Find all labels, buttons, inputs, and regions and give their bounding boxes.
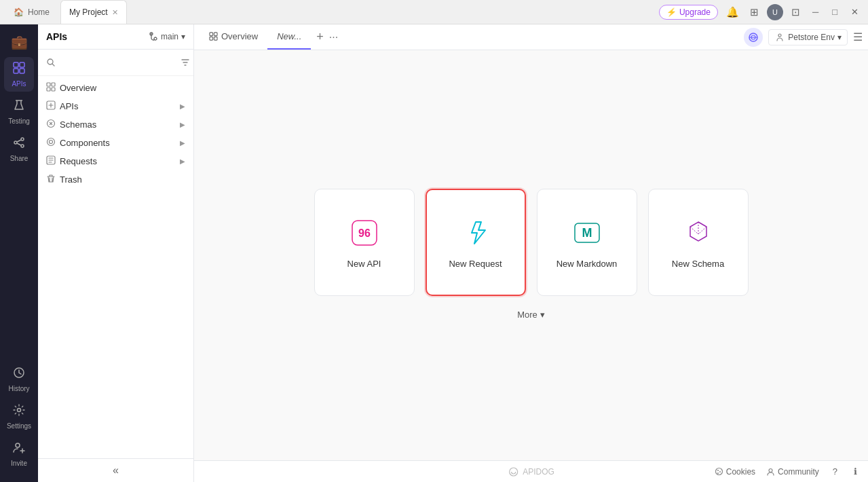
close-tab-icon[interactable]: ✕ xyxy=(112,8,118,17)
svg-rect-23 xyxy=(214,37,217,40)
avatar[interactable]: U xyxy=(767,4,783,20)
tree-item-trash[interactable]: Trash xyxy=(38,170,193,189)
cookies-icon xyxy=(715,467,723,476)
new-markdown-label: New Markdown xyxy=(556,259,618,269)
tree-item-requests[interactable]: Requests ▶ xyxy=(38,152,193,170)
settings-label: Settings xyxy=(7,422,31,430)
new-api-icon: 96 xyxy=(347,215,382,251)
testing-label: Testing xyxy=(8,117,30,125)
close-button[interactable]: ✕ xyxy=(847,5,863,18)
sidebar-item-share[interactable]: Share xyxy=(4,132,34,166)
file-sidebar-header: APIs main ▾ xyxy=(38,24,193,50)
cookies-link[interactable]: Cookies xyxy=(715,467,755,477)
search-input[interactable] xyxy=(61,58,175,68)
search-bar: + xyxy=(38,50,193,76)
share-icon xyxy=(12,136,26,153)
tree-section: Overview APIs ▶ xyxy=(38,76,193,458)
new-request-icon xyxy=(458,215,493,251)
sidebar-title: APIs xyxy=(46,31,67,42)
apis-icon xyxy=(12,61,26,78)
tree-item-apis[interactable]: APIs ▶ xyxy=(38,97,193,115)
upgrade-label: Upgrade xyxy=(679,7,711,17)
upgrade-button[interactable]: ⚡ Upgrade xyxy=(659,5,718,20)
branch-selector[interactable]: main ▾ xyxy=(149,32,185,41)
home-tab[interactable]: 🏠 Home xyxy=(5,0,58,24)
svg-rect-21 xyxy=(214,33,217,36)
svg-point-31 xyxy=(715,468,722,475)
extensions-icon[interactable]: ⊡ xyxy=(789,5,803,20)
minimize-button[interactable]: ─ xyxy=(808,5,823,18)
svg-point-32 xyxy=(717,470,719,471)
history-label: History xyxy=(8,385,29,392)
testing-icon xyxy=(12,98,26,115)
branch-label: main xyxy=(161,32,178,41)
briefcase-icon: 💼 xyxy=(11,34,28,50)
tree-overview-label: Overview xyxy=(60,83,96,93)
svg-point-18 xyxy=(50,141,53,144)
more-tabs-button[interactable]: ··· xyxy=(326,31,341,43)
myproject-tab[interactable]: My Project ✕ xyxy=(60,0,127,24)
svg-point-34 xyxy=(717,472,719,474)
app-body: 💼 APIs Testing xyxy=(0,24,868,482)
svg-rect-22 xyxy=(210,37,213,40)
new-schema-card[interactable]: New Schema xyxy=(648,189,749,296)
invite-icon xyxy=(12,441,26,458)
more-button[interactable]: More ▾ xyxy=(512,307,550,322)
community-label: Community xyxy=(778,467,819,477)
file-sidebar: APIs main ▾ + xyxy=(38,24,194,482)
schemas-tree-icon xyxy=(46,119,56,130)
new-schema-label: New Schema xyxy=(672,259,724,269)
svg-point-6 xyxy=(21,145,24,147)
filter-icon[interactable] xyxy=(179,56,191,69)
sidebar-item-apis[interactable]: APIs xyxy=(4,57,34,92)
grid-icon[interactable]: ⊞ xyxy=(747,5,761,20)
new-api-card[interactable]: 96 New API xyxy=(314,189,415,296)
components-expand-icon: ▶ xyxy=(180,139,185,147)
collapse-sidebar-button[interactable]: « xyxy=(113,464,119,477)
new-markdown-card[interactable]: M New Markdown xyxy=(537,189,637,296)
tab-new[interactable]: New... xyxy=(267,24,311,50)
sidebar-bottom: « xyxy=(38,458,193,482)
tree-components-label: Components xyxy=(60,138,110,148)
svg-point-5 xyxy=(14,141,17,144)
components-tree-icon xyxy=(46,137,56,149)
tree-item-overview[interactable]: Overview xyxy=(38,79,193,97)
overview-icon xyxy=(46,82,56,94)
add-tab-button[interactable]: + xyxy=(314,30,326,44)
tree-item-schemas[interactable]: Schemas ▶ xyxy=(38,115,193,134)
search-icon[interactable] xyxy=(45,56,57,69)
svg-rect-3 xyxy=(20,69,24,73)
sidebar-item-history[interactable]: History xyxy=(4,362,34,396)
restore-button[interactable]: □ xyxy=(828,5,842,18)
tree-requests-label: Requests xyxy=(60,156,97,166)
history-icon xyxy=(12,366,26,383)
sidebar-item-testing[interactable]: Testing xyxy=(4,94,34,129)
content-area: 96 New API New Request xyxy=(194,50,868,460)
sidebar-item-briefcase[interactable]: 💼 xyxy=(4,30,34,54)
tree-item-components[interactable]: Components ▶ xyxy=(38,134,193,152)
share-label: Share xyxy=(10,155,29,162)
help-icon[interactable]: ? xyxy=(830,465,840,478)
info-icon[interactable]: ℹ xyxy=(851,465,860,478)
community-link[interactable]: Community xyxy=(766,467,819,477)
svg-rect-13 xyxy=(47,88,50,91)
myproject-tab-label: My Project xyxy=(69,7,108,17)
connection-status-icon xyxy=(744,28,763,47)
tab-overview[interactable]: Overview xyxy=(200,24,267,50)
trash-tree-icon xyxy=(46,174,56,185)
sidebar-item-invite[interactable]: Invite xyxy=(4,437,34,471)
apis-label: APIs xyxy=(12,80,26,88)
sidebar-item-settings[interactable]: Settings xyxy=(4,399,34,434)
overview-tab-icon xyxy=(209,32,218,41)
titlebar-actions: ⚡ Upgrade 🔔 ⊞ U ⊡ ─ □ ✕ xyxy=(659,4,863,20)
svg-point-4 xyxy=(21,138,24,141)
env-chevron-icon: ▾ xyxy=(837,33,842,42)
env-label: Petstore Env xyxy=(788,33,835,42)
new-request-card[interactable]: New Request xyxy=(426,189,526,296)
apidog-logo: APIDOG xyxy=(508,466,554,477)
env-selector[interactable]: Petstore Env ▾ xyxy=(768,29,848,45)
svg-point-8 xyxy=(18,409,21,412)
new-markdown-icon: M xyxy=(569,215,605,251)
hamburger-menu-icon[interactable]: ☰ xyxy=(853,31,863,43)
notification-icon[interactable]: 🔔 xyxy=(723,5,742,20)
